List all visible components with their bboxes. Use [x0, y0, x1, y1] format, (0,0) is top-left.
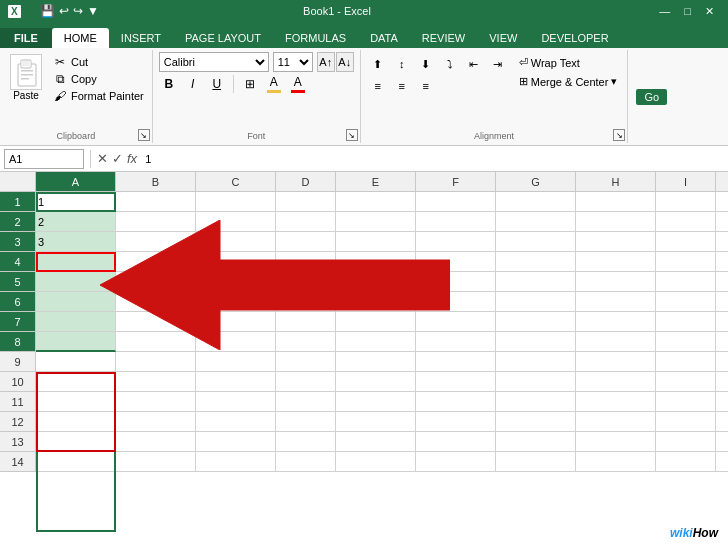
cell-h13[interactable]: [576, 432, 656, 452]
qa-dropdown-btn[interactable]: ▼: [87, 4, 99, 18]
cell-b14[interactable]: [116, 452, 196, 472]
cancel-formula-btn[interactable]: ✕: [97, 151, 108, 166]
cell-e12[interactable]: [336, 412, 416, 432]
cell-f5[interactable]: [416, 272, 496, 292]
cell-j6[interactable]: [716, 292, 728, 312]
align-bottom-btn[interactable]: ⬇: [415, 54, 437, 74]
cell-f6[interactable]: [416, 292, 496, 312]
cell-b10[interactable]: [116, 372, 196, 392]
redo-quick-btn[interactable]: ↪: [73, 4, 83, 18]
cell-f11[interactable]: [416, 392, 496, 412]
row-num-7[interactable]: 7: [0, 312, 36, 332]
cell-i13[interactable]: [656, 432, 716, 452]
cell-d8[interactable]: [276, 332, 336, 352]
indent-dec-btn[interactable]: ⇤: [463, 54, 485, 74]
tab-data[interactable]: DATA: [358, 28, 410, 48]
col-header-a[interactable]: A: [36, 172, 116, 192]
row-num-6[interactable]: 6: [0, 292, 36, 312]
cell-d14[interactable]: [276, 452, 336, 472]
col-header-h[interactable]: H: [576, 172, 656, 192]
cell-d12[interactable]: [276, 412, 336, 432]
cell-b6[interactable]: [116, 292, 196, 312]
cell-d7[interactable]: [276, 312, 336, 332]
font-name-select[interactable]: Calibri: [159, 52, 269, 72]
cell-i6[interactable]: [656, 292, 716, 312]
cell-j1[interactable]: [716, 192, 728, 212]
cell-i3[interactable]: [656, 232, 716, 252]
cell-g7[interactable]: [496, 312, 576, 332]
cell-e4[interactable]: [336, 252, 416, 272]
cell-a5[interactable]: [36, 272, 116, 292]
cell-g8[interactable]: [496, 332, 576, 352]
row-num-9[interactable]: 9: [0, 352, 36, 372]
cell-i8[interactable]: [656, 332, 716, 352]
row-num-14[interactable]: 14: [0, 452, 36, 472]
minimize-btn[interactable]: —: [653, 5, 676, 18]
font-size-select[interactable]: 11: [273, 52, 313, 72]
cell-a12[interactable]: [36, 412, 116, 432]
cell-c3[interactable]: [196, 232, 276, 252]
cell-e7[interactable]: [336, 312, 416, 332]
cell-b1[interactable]: [116, 192, 196, 212]
row-num-1[interactable]: 1: [0, 192, 36, 212]
cell-h6[interactable]: [576, 292, 656, 312]
cell-c8[interactable]: [196, 332, 276, 352]
cell-a10[interactable]: [36, 372, 116, 392]
cell-h7[interactable]: [576, 312, 656, 332]
cell-a11[interactable]: [36, 392, 116, 412]
cell-a1[interactable]: 1: [36, 192, 116, 212]
cell-j3[interactable]: [716, 232, 728, 252]
cell-f12[interactable]: [416, 412, 496, 432]
cell-h2[interactable]: [576, 212, 656, 232]
cut-button[interactable]: ✂ Cut: [50, 54, 146, 70]
col-header-c[interactable]: C: [196, 172, 276, 192]
cell-g12[interactable]: [496, 412, 576, 432]
cell-e3[interactable]: [336, 232, 416, 252]
cell-g6[interactable]: [496, 292, 576, 312]
cell-d1[interactable]: [276, 192, 336, 212]
cell-c13[interactable]: [196, 432, 276, 452]
align-top-btn[interactable]: ⬆: [367, 54, 389, 74]
row-num-10[interactable]: 10: [0, 372, 36, 392]
cell-j12[interactable]: [716, 412, 728, 432]
cell-b13[interactable]: [116, 432, 196, 452]
tab-developer[interactable]: DEVELOPER: [529, 28, 620, 48]
cell-e14[interactable]: [336, 452, 416, 472]
col-header-f[interactable]: F: [416, 172, 496, 192]
align-center-btn[interactable]: ≡: [391, 76, 413, 96]
row-num-2[interactable]: 2: [0, 212, 36, 232]
cell-f9[interactable]: [416, 352, 496, 372]
cell-i7[interactable]: [656, 312, 716, 332]
cell-e5[interactable]: [336, 272, 416, 292]
cell-h8[interactable]: [576, 332, 656, 352]
cell-a2[interactable]: 2: [36, 212, 116, 232]
cell-j14[interactable]: [716, 452, 728, 472]
cell-b8[interactable]: [116, 332, 196, 352]
font-size-increase-btn[interactable]: A↑: [317, 52, 335, 72]
align-right-btn[interactable]: ≡: [415, 76, 437, 96]
close-btn[interactable]: ✕: [699, 5, 720, 18]
cell-c6[interactable]: [196, 292, 276, 312]
cell-j10[interactable]: [716, 372, 728, 392]
cell-g14[interactable]: [496, 452, 576, 472]
col-header-e[interactable]: E: [336, 172, 416, 192]
cell-h10[interactable]: [576, 372, 656, 392]
cell-c4[interactable]: [196, 252, 276, 272]
cell-i11[interactable]: [656, 392, 716, 412]
cell-a13[interactable]: [36, 432, 116, 452]
tab-view[interactable]: VIEW: [477, 28, 529, 48]
paste-button[interactable]: Paste: [6, 52, 46, 103]
cell-b3[interactable]: [116, 232, 196, 252]
cell-e2[interactable]: [336, 212, 416, 232]
underline-button[interactable]: U: [207, 74, 227, 94]
cell-b12[interactable]: [116, 412, 196, 432]
save-quick-btn[interactable]: 💾: [40, 4, 55, 18]
cell-a9[interactable]: [36, 352, 116, 372]
cell-e6[interactable]: [336, 292, 416, 312]
row-num-5[interactable]: 5: [0, 272, 36, 292]
cell-d10[interactable]: [276, 372, 336, 392]
cell-e13[interactable]: [336, 432, 416, 452]
cell-d2[interactable]: [276, 212, 336, 232]
cell-c12[interactable]: [196, 412, 276, 432]
cell-b7[interactable]: [116, 312, 196, 332]
